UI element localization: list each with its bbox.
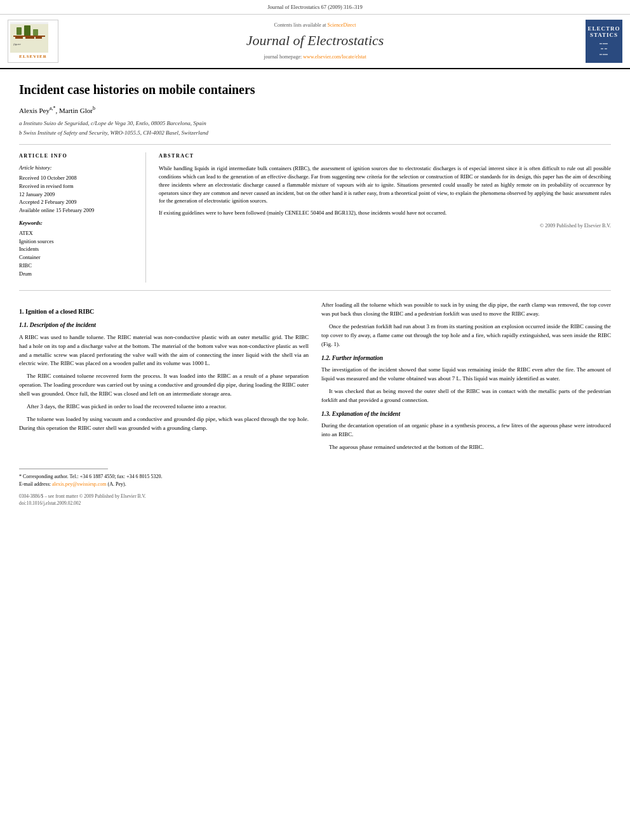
footer-line2: doi:10.1016/j.elstat.2009.02.002: [19, 500, 611, 507]
abstract-heading: ABSTRACT: [159, 152, 611, 159]
sciencedirect-line: Contents lists available at ScienceDirec…: [58, 22, 572, 29]
sub3-title: 1.3. Explanation of the incident: [321, 410, 611, 418]
sub3-text: During the decantation operation of an o…: [321, 422, 611, 452]
body-para4: The toluene was loaded by using vacuum a…: [19, 415, 309, 433]
sub2-para2: It was checked that as being moved the o…: [321, 387, 611, 405]
footer-line1: 0304-3886/$ – see front matter © 2009 Pu…: [19, 493, 611, 500]
elsevier-tree-icon: figure: [10, 24, 48, 53]
author-sup-a: a,*: [50, 105, 56, 111]
footnote-corresponding: * Corresponding author. Tel.: +34 6 1887…: [19, 473, 611, 481]
sub2-text: The investigation of the incident showed…: [321, 366, 611, 405]
journal-header: figure ELSEVIER Contents lists available…: [0, 15, 630, 69]
sub1-title: 1.1. Description of the incident: [19, 321, 309, 330]
svg-rect-1: [17, 27, 22, 35]
sciencedirect-link[interactable]: ScienceDirect: [328, 22, 356, 28]
footnote-email: E-mail address: alexis.pey@swissiesp.com…: [19, 481, 611, 488]
elsevier-brand-text: ELSEVIER: [10, 54, 56, 60]
copyright-line: © 2009 Published by Elsevier B.V.: [159, 222, 611, 229]
keywords-group: Keywords: ATEX Ignition sources Incident…: [19, 220, 139, 277]
author-alexis: Alexis Pey: [19, 107, 50, 114]
journal-homepage-link[interactable]: www.elsevier.com/locate/elstat: [303, 54, 366, 60]
body-para3: After 3 days, the RIBC was picked in ord…: [19, 403, 309, 411]
footer-divider: [19, 469, 108, 469]
author-email-link[interactable]: alexis.pey@swissiesp.com: [52, 481, 107, 487]
svg-rect-2: [24, 25, 30, 37]
keyword-atex: ATEX: [19, 229, 139, 237]
right-para1: After loading all the toluene which was …: [321, 301, 611, 319]
body-para2: The RIBC contained toluene recovered for…: [19, 372, 309, 399]
body-left-col: 1. Ignition of a closed RIBC 1.1. Descri…: [19, 301, 309, 456]
authors-line: Alexis Peya,*, Martin Glorb: [19, 105, 611, 116]
keyword-incidents: Incidents: [19, 245, 139, 253]
keyword-container: Container: [19, 253, 139, 262]
svg-text:figure: figure: [13, 43, 22, 46]
revised-label: Received in revised form: [19, 182, 139, 190]
journal-right-logo: ELECTROSTATICS ━━━━ ━━━━: [572, 20, 622, 63]
keyword-drum: Drum: [19, 270, 139, 278]
available-date: Available online 15 February 2009: [19, 206, 139, 215]
article-history-group: Article history: Received 10 October 200…: [19, 164, 139, 215]
journal-center-info: Contents lists available at ScienceDirec…: [58, 22, 572, 60]
journal-homepage-line: journal homepage: www.elsevier.com/locat…: [58, 53, 572, 60]
abstract-text: While handling liquids in rigid intermed…: [159, 164, 611, 217]
body-para1: A RIBC was used to handle toluene. The R…: [19, 333, 309, 369]
keyword-ribc: RIBC: [19, 262, 139, 270]
received-date: Received 10 October 2008: [19, 174, 139, 182]
section1-title: 1. Ignition of a closed RIBC: [19, 307, 309, 316]
footnote-section: * Corresponding author. Tel.: +34 6 1887…: [19, 469, 611, 488]
svg-rect-6: [25, 37, 34, 39]
author-sup-b: b: [93, 105, 95, 111]
abstract-col: ABSTRACT While handling liquids in rigid…: [159, 152, 611, 283]
affiliation-a: a Instituto Suizo de Seguridad, c/Lope d…: [19, 119, 611, 128]
revised-date: 12 January 2009: [19, 190, 139, 199]
right-para2: Once the pedestrian forklift had run abo…: [321, 323, 611, 349]
abstract-para2: If existing guidelines were to have been…: [159, 209, 611, 217]
sub3-para1: During the decantation operation of an o…: [321, 422, 611, 439]
top-bar: Journal of Electrostatics 67 (2009) 316–…: [0, 0, 630, 15]
page: Journal of Electrostatics 67 (2009) 316–…: [0, 0, 630, 840]
author-sep: , Martin Glor: [56, 107, 93, 114]
logo-decoration: ━━━━ ━━━━: [600, 41, 608, 57]
footer-bottom: 0304-3886/$ – see front matter © 2009 Pu…: [19, 493, 611, 513]
sub3-para2: The aqueous phase remained undetected at…: [321, 443, 611, 452]
keywords-label: Keywords:: [19, 220, 139, 227]
affiliation-b: b Swiss Institute of Safety and Security…: [19, 129, 611, 137]
article-info-abstract-section: ARTICLE INFO Article history: Received 1…: [19, 145, 611, 291]
svg-rect-3: [33, 29, 38, 36]
abstract-para1: While handling liquids in rigid intermed…: [159, 164, 611, 205]
journal-title-display: Journal of Electrostatics: [58, 31, 572, 51]
sub2-title: 1.2. Further information: [321, 354, 611, 363]
electrostatics-logo-text: ELECTROSTATICS: [588, 25, 620, 39]
keyword-ignition: Ignition sources: [19, 237, 139, 246]
article-history-label: Article history:: [19, 164, 139, 172]
body-content: 1. Ignition of a closed RIBC 1.1. Descri…: [19, 291, 611, 456]
body-right-col: After loading all the toluene which was …: [321, 301, 611, 456]
svg-rect-7: [36, 37, 42, 39]
elsevier-logo-left: figure ELSEVIER: [8, 20, 58, 63]
article-info-heading: ARTICLE INFO: [19, 152, 139, 159]
body-text-left: A RIBC was used to handle toluene. The R…: [19, 333, 309, 433]
svg-rect-5: [15, 37, 23, 39]
article-info-col: ARTICLE INFO Article history: Received 1…: [19, 152, 146, 283]
article-title-section: Incident case histories on mobile contai…: [19, 69, 611, 145]
article-title: Incident case histories on mobile contai…: [19, 81, 611, 98]
main-content: Incident case histories on mobile contai…: [0, 69, 630, 513]
electrostatics-logo-box: ELECTROSTATICS ━━━━ ━━━━: [586, 20, 622, 63]
journal-reference: Journal of Electrostatics 67 (2009) 316–…: [267, 4, 362, 10]
svg-rect-4: [13, 36, 45, 37]
accepted-date: Accepted 2 February 2009: [19, 198, 139, 206]
body-text-right: After loading all the toluene which was …: [321, 301, 611, 349]
sub2-para1: The investigation of the incident showed…: [321, 366, 611, 383]
